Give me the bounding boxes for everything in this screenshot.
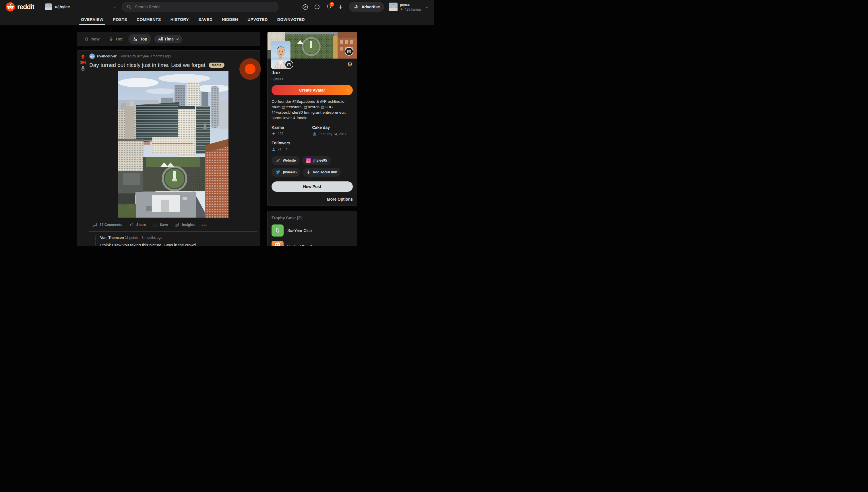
megaphone-icon [353,4,359,10]
save-label: Save [160,223,168,227]
trophy-label: Verified Email [287,245,312,246]
bookmark-icon [152,222,158,228]
tab-hidden[interactable]: HIDDEN [218,14,242,25]
followers-row[interactable]: 21 [272,147,353,152]
comment-author[interactable]: Von_Thomson [100,236,124,240]
reddit-logo[interactable]: reddit [6,2,34,11]
tab-saved[interactable]: SAVED [194,14,217,25]
notifications-bell-icon[interactable]: 2 [325,3,332,10]
upvote-button[interactable] [80,53,86,60]
post-image[interactable] [89,71,257,218]
comment-icon [92,222,98,228]
reddit-snoo-icon [6,2,15,11]
search-bar[interactable] [122,2,278,12]
twitter-handle: jhylee95 [283,170,297,174]
reddit-wordmark: reddit [17,3,34,11]
tab-comments[interactable]: COMMENTS [132,14,165,25]
cake-icon [312,132,317,137]
chevron-down-icon [113,5,116,8]
subreddit-avatar[interactable] [89,53,95,59]
sort-hot-label: Hot [116,37,123,41]
add-social-link-button[interactable]: + Add social link [303,168,341,177]
search-icon [126,4,132,10]
instagram-link-button[interactable]: jhylee95 [302,156,331,165]
tab-upvoted[interactable]: UPVOTED [243,14,272,25]
comment[interactable]: Von_Thomson 11 points · 3 months ago I t… [95,236,253,246]
sort-top-label: Top [140,37,147,41]
six-year-club-trophy-icon: 6 [272,224,283,237]
new-post-button[interactable]: New Post [272,181,353,192]
karma-icon [272,132,276,136]
main-column: New Hot Top All Time [77,32,261,246]
user-menu[interactable]: jhylee 429 karma [389,2,428,11]
edit-banner-camera-button[interactable] [345,47,353,56]
trophy-item: 6 Six-Year Club [272,224,353,237]
post-meta-text: · Posted by u/jhylee 3 months ago [119,54,171,58]
link-icon [275,158,280,163]
profile-display-name: Joe [272,70,353,76]
nav-actions: 2 + Advertise jhylee 429 karma [302,2,428,12]
top-navigation: reddit u/jhylee 2 [0,0,434,14]
cakeday-stat: Cake day February 14, 2017 [312,125,353,137]
more-options-button[interactable]: More Options [272,197,353,201]
karma-value: 429 [278,132,283,136]
comment-meta: 11 points · 3 months ago [125,236,163,240]
insights-button[interactable]: Insights [172,220,198,229]
share-icon [129,222,134,228]
comment-body: I think I saw you taking this picture. I… [100,243,253,246]
vote-count: 304 [80,60,86,65]
social-links: Website jhylee95 jhylee95 + Add [272,156,353,177]
new-starburst-icon [83,36,89,42]
profile-settings-gear-icon[interactable]: ⚙ [347,62,353,68]
save-button[interactable]: Save [150,220,171,229]
notification-badge: 2 [329,2,334,7]
popular-icon[interactable] [302,3,308,10]
create-avatar-button[interactable]: Create Avatar [272,85,353,95]
downvote-button[interactable] [80,66,86,72]
chevron-right-icon [345,89,348,92]
profile-tabstrip: OVERVIEW POSTS COMMENTS HISTORY SAVED HI… [0,14,434,25]
profile-card: ⚙ Joe u/jhylee Create Avatar Co-founder … [267,32,357,206]
post-title[interactable]: Day turned out nicely just in time. Lest… [89,62,205,68]
profile-bio: Co-founder @Supademo & @Freshline.io Alu… [272,99,353,121]
comment-preview: Von_Thomson 11 points · 3 months ago I t… [89,231,257,246]
profile-username: u/jhylee [272,77,353,81]
page: reddit u/jhylee 2 [0,0,434,246]
tab-downvoted[interactable]: DOWNVOTED [273,14,309,25]
new-post-label: New Post [303,184,321,189]
chat-icon[interactable] [314,3,320,10]
sort-new-label: New [91,37,100,41]
create-post-plus-icon[interactable]: + [337,3,344,10]
sidebar: ⚙ Joe u/jhylee Create Avatar Co-founder … [267,32,357,246]
trophy-case-title: Trophy Case (2) [272,216,353,220]
followers-value: 21 [278,147,281,151]
karma-label: Karma [272,125,312,130]
profile-dropdown[interactable]: u/jhylee [43,2,118,11]
tab-history[interactable]: HISTORY [167,14,193,25]
share-button[interactable]: Share [126,220,148,229]
edit-avatar-camera-button[interactable] [285,60,293,69]
tab-posts[interactable]: POSTS [109,14,131,25]
cakeday-label: Cake day [312,125,353,130]
sort-hot-button[interactable]: Hot [105,34,125,44]
sort-new-button[interactable]: New [81,34,102,44]
post-more-button[interactable]: ••• [199,221,210,229]
insights-icon [174,222,180,228]
comments-button[interactable]: 17 Comments [89,220,125,229]
sort-bar: New Hot Top All Time [77,32,261,46]
trophy-item: Verified Email [272,241,353,246]
twitter-link-button[interactable]: jhylee95 [272,168,300,177]
share-label: Share [137,223,146,227]
post-flair[interactable]: Media [209,63,224,68]
sort-time-dropdown[interactable]: All Time [154,35,182,43]
person-icon [272,147,276,152]
website-link-button[interactable]: Website [272,156,300,165]
sort-time-label: All Time [158,37,174,41]
sort-top-button[interactable]: Top [128,34,151,44]
search-input[interactable] [135,5,274,9]
subreddit-link[interactable]: r/vancouver [97,54,117,58]
website-label: Website [283,158,296,163]
advertise-button[interactable]: Advertise [349,2,384,12]
followers-label: Followers [272,141,353,145]
tab-overview[interactable]: OVERVIEW [77,14,107,25]
